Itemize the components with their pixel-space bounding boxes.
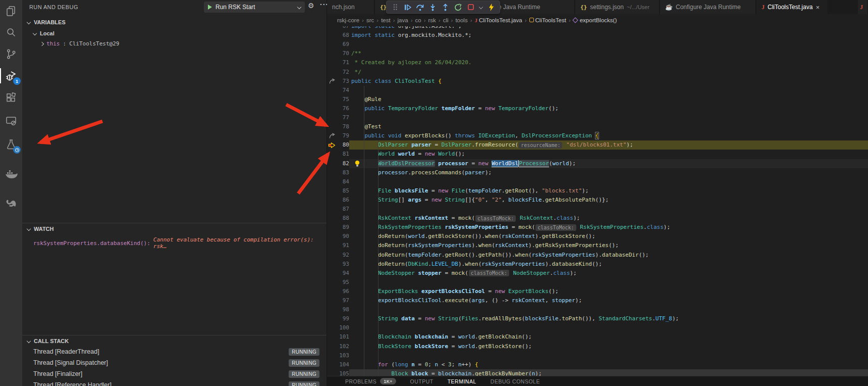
code-line-74[interactable]: 74 [327, 86, 868, 95]
line-number[interactable]: 76 [336, 104, 349, 113]
glyph-margin[interactable] [327, 186, 336, 196]
code-text[interactable]: @Test [349, 122, 868, 131]
line-number[interactable]: 85 [336, 186, 349, 196]
code-text[interactable]: */ [349, 68, 868, 77]
code-line-82[interactable]: 82 WorldDslProcessor processor = new Wor… [327, 159, 868, 168]
code-text[interactable]: doReturn(DbKind.LEVEL_DB).when(rskSystem… [349, 260, 868, 269]
watch-section-header[interactable]: WATCH [27, 226, 54, 232]
glyph-margin[interactable] [327, 232, 336, 241]
line-number[interactable]: 88 [336, 214, 349, 223]
glyph-margin[interactable] [327, 314, 336, 323]
step-into-button[interactable] [427, 2, 438, 13]
code-text[interactable]: BlockStore blockStore = world.getBlockSt… [349, 342, 868, 351]
glyph-margin[interactable] [327, 49, 336, 58]
code-text[interactable]: doReturn(rskSystemProperties).when(rskCo… [349, 241, 868, 250]
code-text[interactable]: NodeStopper stopper = mock(classToMock: … [349, 269, 868, 278]
glyph-margin[interactable] [327, 177, 336, 186]
line-number[interactable]: 68 [336, 31, 349, 40]
code-line-85[interactable]: 85 File blocksFile = new File(tempFolder… [327, 186, 868, 196]
code-line-79[interactable]: 79 public void exportBlocks() throws IOE… [327, 131, 868, 140]
code-text[interactable]: import static org.mockito.Mockito.*; [349, 31, 868, 40]
code-text[interactable] [349, 351, 868, 360]
line-number[interactable]: 71 [336, 58, 349, 67]
drag-handle-icon[interactable] [390, 2, 400, 13]
glyph-margin[interactable] [327, 168, 336, 177]
line-number[interactable]: 83 [336, 168, 349, 177]
line-number[interactable]: 69 [336, 40, 349, 49]
glyph-margin[interactable] [327, 150, 336, 159]
panel-tab-problems[interactable]: PROBLEMS 1K+ [345, 378, 396, 384]
line-number[interactable]: 102 [336, 342, 349, 351]
line-number[interactable]: 104 [336, 360, 349, 369]
glyph-margin[interactable] [327, 95, 336, 104]
glyph-margin[interactable] [327, 86, 336, 95]
call-stack-thread-row[interactable]: Thread [Reference Handler]RUNNING [22, 379, 327, 386]
code-text[interactable]: String data = new String(Files.readAllBy… [349, 314, 868, 323]
remote-explorer-icon[interactable] [0, 111, 22, 131]
code-line-99[interactable]: 99 String data = new String(Files.readAl… [327, 314, 868, 323]
stop-options-chevron-icon[interactable] [478, 2, 484, 13]
line-number[interactable]: 96 [336, 287, 349, 296]
code-line-93[interactable]: 93 doReturn(DbKind.LEVEL_DB).when(rskSys… [327, 260, 868, 269]
code-text[interactable]: WorldDslProcessor processor = new WorldD… [349, 159, 868, 168]
variables-section-header[interactable]: VARIABLES [27, 19, 66, 25]
breadcrumb-item[interactable]: rskj-core [337, 17, 359, 23]
breadcrumb-item[interactable]: java [398, 17, 408, 23]
glyph-margin[interactable] [327, 360, 336, 369]
testing-flask-icon[interactable] [0, 134, 22, 155]
gear-icon[interactable]: ⚙ [308, 2, 314, 10]
stop-button[interactable] [465, 2, 476, 13]
glyph-margin[interactable] [327, 122, 336, 131]
line-number[interactable]: 79 [336, 131, 349, 140]
glyph-margin[interactable] [327, 223, 336, 232]
code-text[interactable]: public void exportBlocks() throws IOExce… [349, 131, 868, 140]
breadcrumb-item[interactable]: rsk [428, 17, 436, 23]
code-line-87[interactable]: 87 [327, 205, 868, 214]
gradle-icon[interactable] [0, 195, 22, 215]
code-text[interactable]: World world = new World(); [349, 150, 868, 159]
code-text[interactable]: doReturn(world.getBlockStore()).when(rsk… [349, 232, 868, 241]
glyph-margin[interactable] [327, 159, 336, 168]
panel-tab-debug-console[interactable]: DEBUG CONSOLE [491, 378, 540, 384]
line-number[interactable]: 94 [336, 269, 349, 278]
code-text[interactable] [349, 305, 868, 314]
glyph-margin[interactable] [327, 305, 336, 314]
code-line-86[interactable]: 86 String[] args = new String[]{"0", "2"… [327, 196, 868, 205]
variable-this-row[interactable]: this: CliToolsTest@29 [40, 40, 119, 47]
glyph-margin[interactable] [327, 58, 336, 67]
code-line-83[interactable]: 83 processor.processCommands(parser); [327, 168, 868, 177]
code-line-80[interactable]: 80 DslParser parser = DslParser.fromReso… [327, 140, 868, 150]
glyph-margin[interactable] [327, 332, 336, 342]
call-stack-thread-row[interactable]: Thread [ReaderThread]RUNNING [22, 346, 327, 357]
code-line-91[interactable]: 91 doReturn(rskSystemProperties).when(rs… [327, 241, 868, 250]
code-line-89[interactable]: 89 RskSystemProperties rskSystemProperti… [327, 223, 868, 232]
glyph-margin[interactable] [327, 68, 336, 77]
code-line-101[interactable]: 101 Blockchain blockchain = world.getBlo… [327, 332, 868, 342]
code-text[interactable]: @Rule [349, 95, 868, 104]
code-text[interactable] [349, 113, 868, 122]
code-line-92[interactable]: 92 doReturn(tempFolder.getRoot().getPath… [327, 251, 868, 260]
breadcrumb-item[interactable]: co [415, 17, 421, 23]
launch-config-dropdown[interactable]: Run RSK Start [204, 2, 305, 13]
code-text[interactable]: public TemporaryFolder tempFolder = new … [349, 104, 868, 113]
code-text[interactable]: RskContext rskContext = mock(classToMock… [349, 214, 868, 223]
code-text[interactable]: ExportBlocks exportBlocksCliTool = new E… [349, 287, 868, 296]
glyph-margin[interactable] [327, 241, 336, 250]
restart-button[interactable] [453, 2, 463, 13]
glyph-margin[interactable] [327, 269, 336, 278]
line-number[interactable]: 95 [336, 278, 349, 287]
line-number[interactable]: 75 [336, 95, 349, 104]
code-line-78[interactable]: 78 @Test [327, 122, 868, 131]
code-line-81[interactable]: 81 World world = new World(); [327, 150, 868, 159]
breadcrumb-item[interactable]: CliToolsTest.java [475, 17, 522, 23]
code-text[interactable]: Blockchain blockchain = world.getBlockCh… [349, 332, 868, 342]
code-text[interactable] [349, 177, 868, 186]
glyph-margin[interactable] [327, 287, 336, 296]
code-line-84[interactable]: 84 [327, 177, 868, 186]
extensions-icon[interactable] [0, 88, 22, 108]
line-number[interactable]: 74 [336, 86, 349, 95]
code-text[interactable]: processor.processCommands(parser); [349, 168, 868, 177]
code-line-102[interactable]: 102 BlockStore blockStore = world.getBlo… [327, 342, 868, 351]
glyph-margin[interactable] [327, 214, 336, 223]
code-text[interactable] [349, 86, 868, 95]
